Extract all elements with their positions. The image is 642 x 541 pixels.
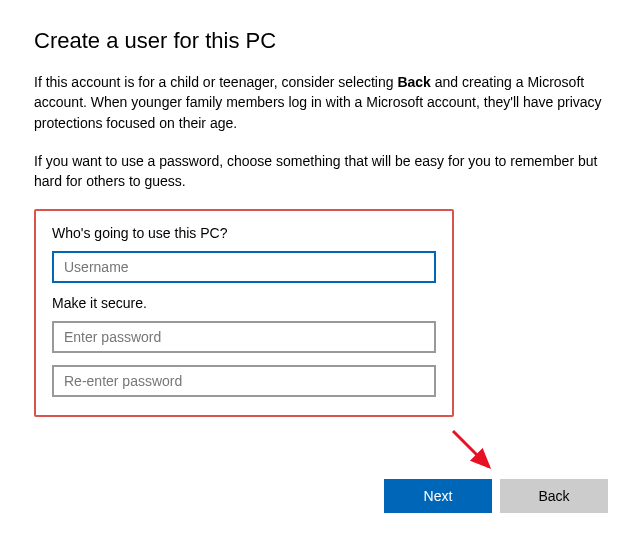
desc1-bold: Back (397, 74, 430, 90)
next-button[interactable]: Next (384, 479, 492, 513)
description-password-hint: If you want to use a password, choose so… (34, 151, 608, 192)
page-title: Create a user for this PC (34, 28, 608, 54)
button-row: Next Back (384, 479, 608, 513)
desc1-before: If this account is for a child or teenag… (34, 74, 397, 90)
arrow-annotation-icon (445, 423, 505, 483)
description-child-account: If this account is for a child or teenag… (34, 72, 608, 133)
secure-label: Make it secure. (52, 295, 436, 311)
svg-line-1 (453, 431, 489, 467)
password-input[interactable] (52, 321, 436, 353)
who-label: Who's going to use this PC? (52, 225, 436, 241)
back-button[interactable]: Back (500, 479, 608, 513)
username-input[interactable] (52, 251, 436, 283)
reenter-password-input[interactable] (52, 365, 436, 397)
form-highlight-frame: Who's going to use this PC? Make it secu… (34, 209, 454, 417)
